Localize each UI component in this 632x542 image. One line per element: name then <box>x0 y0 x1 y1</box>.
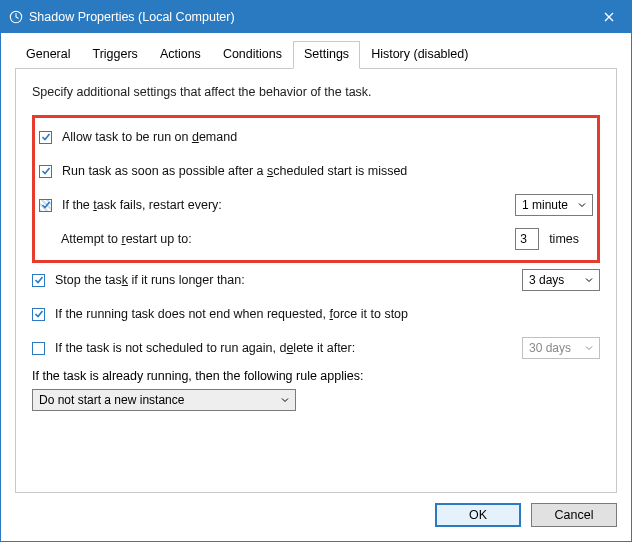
client-area: General Triggers Actions Conditions Sett… <box>1 33 631 541</box>
button-bar: OK Cancel <box>15 493 617 527</box>
checkbox-stop-longer[interactable] <box>32 274 45 287</box>
tab-settings[interactable]: Settings <box>293 41 360 69</box>
select-delete-after: 30 days <box>522 337 600 359</box>
cancel-button[interactable]: Cancel <box>531 503 617 527</box>
titlebar[interactable]: Shadow Properties (Local Computer) <box>1 1 631 33</box>
label-attempt-restart: Attempt to restart up to: <box>61 232 192 246</box>
checkbox-allow-on-demand[interactable] <box>39 131 52 144</box>
option-force-stop: If the running task does not end when re… <box>32 301 600 327</box>
input-attempt-count[interactable]: 3 <box>515 228 539 250</box>
checkbox-force-stop[interactable] <box>32 308 45 321</box>
label-force-stop: If the running task does not end when re… <box>55 307 408 321</box>
select-delete-after-value: 30 days <box>529 341 571 355</box>
tab-body-settings: Specify additional settings that affect … <box>15 69 617 493</box>
option-attempt-restart: Attempt to restart up to: 3 times <box>39 226 593 252</box>
select-rule-value: Do not start a new instance <box>39 393 184 407</box>
chevron-down-icon <box>281 393 289 407</box>
highlight-box: Allow task to be run on demand Run task … <box>32 115 600 263</box>
option-run-asap: Run task as soon as possible after a sch… <box>39 158 593 184</box>
label-times: times <box>549 232 579 246</box>
checkbox-delete-after[interactable] <box>32 342 45 355</box>
checkbox-if-fails[interactable] <box>39 199 52 212</box>
label-run-asap: Run task as soon as possible after a sch… <box>62 164 407 178</box>
label-stop-longer: Stop the task if it runs longer than: <box>55 273 245 287</box>
label-rule-applies: If the task is already running, then the… <box>32 369 600 383</box>
tab-general[interactable]: General <box>15 41 81 68</box>
close-icon <box>604 12 614 22</box>
window-title: Shadow Properties (Local Computer) <box>29 10 586 24</box>
chevron-down-icon <box>585 273 593 287</box>
select-stop-longer-value: 3 days <box>529 273 564 287</box>
select-restart-interval-value: 1 minute <box>522 198 568 212</box>
checkbox-run-asap[interactable] <box>39 165 52 178</box>
settings-options: Allow task to be run on demand Run task … <box>32 115 600 484</box>
tab-actions[interactable]: Actions <box>149 41 212 68</box>
select-rule[interactable]: Do not start a new instance <box>32 389 296 411</box>
option-delete-after: If the task is not scheduled to run agai… <box>32 335 600 361</box>
option-if-fails: If the task fails, restart every: 1 minu… <box>39 192 593 218</box>
option-allow-on-demand: Allow task to be run on demand <box>39 124 593 150</box>
dialog-window: Shadow Properties (Local Computer) Gener… <box>0 0 632 542</box>
tab-conditions[interactable]: Conditions <box>212 41 293 68</box>
clock-icon <box>9 10 23 24</box>
tab-triggers[interactable]: Triggers <box>81 41 148 68</box>
settings-description: Specify additional settings that affect … <box>32 85 600 99</box>
chevron-down-icon <box>585 341 593 355</box>
ok-button[interactable]: OK <box>435 503 521 527</box>
tab-strip: General Triggers Actions Conditions Sett… <box>15 41 617 69</box>
label-delete-after: If the task is not scheduled to run agai… <box>55 341 355 355</box>
close-button[interactable] <box>586 1 631 33</box>
chevron-down-icon <box>578 198 586 212</box>
option-stop-longer: Stop the task if it runs longer than: 3 … <box>32 267 600 293</box>
select-restart-interval[interactable]: 1 minute <box>515 194 593 216</box>
label-if-fails: If the task fails, restart every: <box>62 198 222 212</box>
tab-history[interactable]: History (disabled) <box>360 41 479 68</box>
label-allow-on-demand: Allow task to be run on demand <box>62 130 237 144</box>
select-stop-longer[interactable]: 3 days <box>522 269 600 291</box>
